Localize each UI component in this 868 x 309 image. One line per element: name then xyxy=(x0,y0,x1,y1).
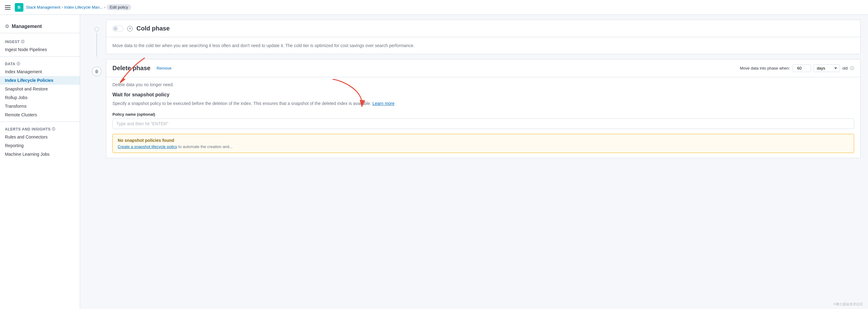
breadcrumb-ilm[interactable]: Index Lifecycle Man... xyxy=(64,5,103,9)
cold-phase-card: ✕ Cold phase Move data to the cold tier … xyxy=(106,20,861,54)
cold-phase-body: Move data to the cold tier when you are … xyxy=(106,37,860,54)
sidebar-section-alerts: Alerts and Insights ⓘ xyxy=(0,124,80,133)
ingest-info-icon[interactable]: ⓘ xyxy=(21,39,25,44)
cold-phase-close-button[interactable]: ✕ xyxy=(127,26,133,31)
delete-phase-body: Delete data you no longer need. Wait for… xyxy=(106,77,860,158)
delete-phase-icon[interactable]: 🗑 xyxy=(92,66,102,76)
delete-phase-description: Delete data you no longer need. xyxy=(113,82,854,87)
hamburger-menu[interactable] xyxy=(5,4,12,11)
policy-name-input[interactable] xyxy=(113,118,854,129)
sidebar-item-reporting[interactable]: Reporting xyxy=(0,141,80,150)
timing-info-icon[interactable]: ⓘ xyxy=(850,66,854,71)
sidebar-item-snapshot-restore[interactable]: Snapshot and Restore xyxy=(0,84,80,93)
sidebar-section-ingest: Ingest ⓘ xyxy=(0,37,80,45)
breadcrumb-stack-management[interactable]: Stack Management xyxy=(26,5,60,9)
sidebar-management-title: Management xyxy=(12,24,42,29)
delete-phase-dot-area: 🗑 xyxy=(88,57,106,160)
sidebar-item-transforms[interactable]: Transforms xyxy=(0,102,80,110)
sidebar-item-rules-connectors[interactable]: Rules and Connectors xyxy=(0,133,80,141)
cold-phase-section: ✕ Cold phase Move data to the cold tier … xyxy=(80,15,868,57)
delete-phase-title: Delete phase xyxy=(113,65,150,72)
breadcrumb: Stack Management › Index Lifecycle Man..… xyxy=(26,4,131,10)
watermark: ©稀土掘金技术社区 xyxy=(834,302,863,307)
sidebar-item-ingest-node-pipelines[interactable]: Ingest Node Pipelines xyxy=(0,45,80,54)
app-logo: B xyxy=(15,3,23,12)
sidebar-item-index-lifecycle-policies[interactable]: Index Lifecycle Policies xyxy=(0,76,80,84)
data-info-icon[interactable]: ⓘ xyxy=(17,62,20,66)
gear-icon: ⚙ xyxy=(5,23,9,29)
cold-phase-header: ✕ Cold phase xyxy=(106,20,860,37)
timing-old-label: old xyxy=(842,66,848,70)
snapshot-policy-description: Specify a snapshot policy to be executed… xyxy=(113,100,854,107)
policy-name-col: Policy name (optional) xyxy=(113,112,854,129)
sidebar: ⚙ Management Ingest ⓘ Ingest Node Pipeli… xyxy=(0,15,80,309)
remove-delete-phase-button[interactable]: Remove xyxy=(156,66,171,70)
main-content: ✕ Cold phase Move data to the cold tier … xyxy=(80,15,868,309)
timing-unit-select[interactable]: days hours minutes xyxy=(813,64,840,72)
sidebar-item-ml-jobs[interactable]: Machine Learning Jobs xyxy=(0,150,80,159)
sidebar-item-rollup-jobs[interactable]: Rollup Jobs xyxy=(0,93,80,102)
cold-phase-dot-area xyxy=(88,17,106,57)
delete-phase-header: Delete phase Remove Move data into phase… xyxy=(106,59,860,77)
delete-phase-card: Delete phase Remove Move data into phase… xyxy=(106,59,861,158)
sidebar-section-data: Data ⓘ xyxy=(0,59,80,67)
no-snapshot-box: No snapshot policies found Create a snap… xyxy=(113,134,854,153)
cold-phase-toggle[interactable] xyxy=(113,26,124,32)
learn-more-link[interactable]: Learn more xyxy=(372,101,395,106)
cold-phase-dot xyxy=(95,27,99,31)
policy-form-row: Policy name (optional) xyxy=(113,112,854,129)
alerts-info-icon[interactable]: ⓘ xyxy=(52,127,56,131)
snapshot-policy-title: Wait for snapshot policy xyxy=(113,92,854,98)
topbar: B Stack Management › Index Lifecycle Man… xyxy=(0,0,868,15)
timing-label: Move data into phase when: xyxy=(740,66,790,70)
policy-name-label: Policy name (optional) xyxy=(113,112,854,117)
cold-phase-title: Cold phase xyxy=(136,25,170,32)
breadcrumb-current: Edit policy xyxy=(106,4,131,10)
create-snapshot-link[interactable]: Create a snapshot lifecycle policy xyxy=(118,144,177,149)
delete-phase-timing: Move data into phase when: days hours mi… xyxy=(740,64,854,72)
sidebar-item-remote-clusters[interactable]: Remote Clusters xyxy=(0,110,80,119)
sidebar-management-header: ⚙ Management xyxy=(0,20,80,33)
sidebar-item-index-management[interactable]: Index Management xyxy=(0,67,80,76)
no-snapshot-title: No snapshot policies found xyxy=(118,138,849,143)
delete-phase-section: 🗑 Delete phase Remove Move data into pha… xyxy=(80,57,868,160)
timing-value-input[interactable] xyxy=(793,64,811,72)
snapshot-policy-section: Wait for snapshot policy Specify a snaps… xyxy=(113,92,854,153)
